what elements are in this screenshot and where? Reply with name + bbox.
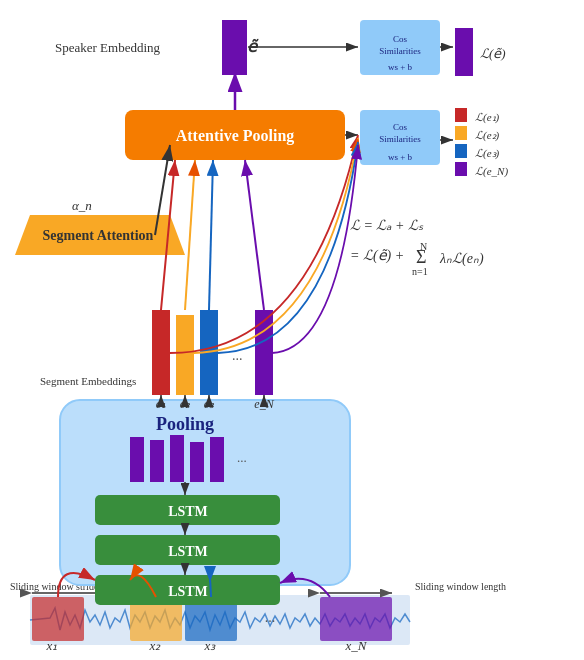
xN-label: x_N (345, 638, 368, 653)
segment-attention-label: Segment Attention (43, 228, 154, 243)
svg-rect-18 (170, 435, 184, 482)
loss-e3: ℒ(e₃) (475, 147, 500, 160)
sum-sigma: Σ (416, 247, 426, 267)
cos-sim-label-mid2: Similarities (379, 134, 421, 144)
loss-formula-2: = ℒ(ẽ) + (350, 248, 404, 264)
alpha-n-label: α_n (72, 198, 92, 213)
loss-e-tilde-label: ℒ(ẽ) (480, 46, 506, 61)
ws-b-top: ws + b (388, 62, 413, 72)
loss-e1: ℒ(e₁) (475, 111, 500, 124)
svg-rect-30 (255, 310, 273, 395)
svg-rect-16 (130, 437, 144, 482)
dots-bottom: ... (265, 610, 276, 625)
cos-sim-label-top: Cos (393, 34, 408, 44)
cos-sim-label-mid: Cos (393, 122, 408, 132)
sliding-window-length-label: Sliding window length (415, 581, 506, 592)
pooling-label: Pooling (156, 414, 214, 434)
lstm2-label: LSTM (168, 544, 208, 559)
svg-rect-12 (320, 597, 392, 641)
x3-label: x₃ (204, 638, 217, 653)
svg-rect-47 (455, 28, 473, 76)
svg-rect-19 (190, 442, 204, 482)
attentive-pooling-label: Attentive Pooling (176, 127, 295, 145)
segment-embeddings-label: Segment Embeddings (40, 375, 136, 387)
diagram: x₁ x₂ x₃ ... x_N Sliding window stride S… (0, 0, 584, 660)
loss-e2: ℒ(e₂) (475, 129, 500, 142)
x1-label: x₁ (46, 638, 58, 653)
lstm1-label: LSTM (168, 504, 208, 519)
svg-rect-28 (176, 315, 194, 395)
sum-n1: n=1 (412, 266, 428, 277)
cos-sim-label-top2: Similarities (379, 46, 421, 56)
svg-rect-9 (32, 597, 84, 641)
svg-rect-17 (150, 440, 164, 482)
loss-eN: ℒ(e_N) (475, 165, 508, 178)
loss-formula-1: ℒ = ℒₐ + ℒₛ (350, 218, 424, 233)
x2-label: x₂ (149, 638, 162, 653)
svg-rect-55 (455, 162, 467, 176)
pooling-dots: ... (237, 450, 247, 465)
svg-rect-27 (152, 310, 170, 395)
svg-rect-20 (210, 437, 224, 482)
lstm3-label: LSTM (168, 584, 208, 599)
svg-rect-43 (222, 20, 247, 75)
sum-term: λₙℒ(eₙ) (439, 251, 484, 267)
svg-rect-54 (455, 144, 467, 158)
svg-rect-53 (455, 126, 467, 140)
speaker-embedding-label: Speaker Embedding (55, 40, 161, 55)
ws-b-mid: ws + b (388, 152, 413, 162)
svg-rect-52 (455, 108, 467, 122)
